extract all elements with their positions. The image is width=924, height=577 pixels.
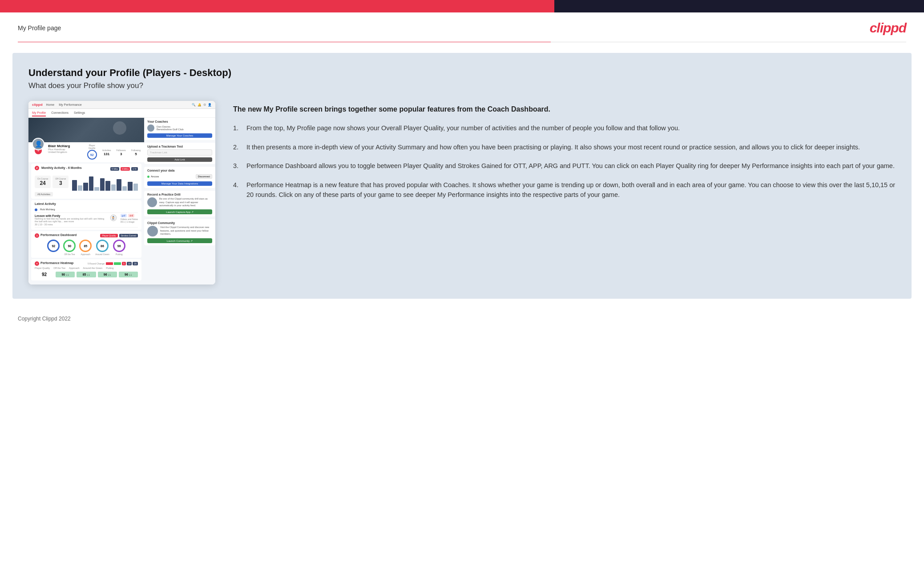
two-column-layout: clippd Home My Performance 🔍 🔔 ⚙ 👤 My Pr… — [28, 101, 896, 284]
profile-nav: My Profile Connections Settings — [28, 109, 215, 118]
activity-num-badge: 2 — [35, 166, 39, 170]
community-title: Clippd Community — [147, 221, 212, 224]
bar-3 — [83, 183, 88, 191]
latest-activity-section: Latest Activity Rob McHarg Lesson with F… — [31, 200, 141, 230]
coach-info: Dan Davies Berwickshire Golf Club — [157, 125, 184, 131]
nav-home: Home — [46, 103, 55, 106]
main-content: Understand your Profile (Players - Deskt… — [12, 53, 912, 299]
latest-activity-title: Latest Activity — [35, 202, 138, 205]
add-link-btn[interactable]: Add Link — [147, 157, 212, 162]
hm-val-ott: 90 ↓↓ — [56, 272, 75, 277]
manage-coaches-btn[interactable]: Manage Your Coaches — [147, 133, 212, 138]
bar-6 — [100, 178, 105, 191]
bar-9 — [117, 179, 121, 191]
heatmap-section: 4 Performance Heatmap 5 Round Change: 5 … — [31, 259, 141, 280]
copyright-text: Copyright Clippd 2022 — [18, 316, 71, 322]
list-item-2: It then presents a more in-depth view of… — [233, 142, 896, 152]
bar-10 — [122, 186, 127, 191]
toggle-6mo[interactable]: 6 Mths — [121, 167, 130, 171]
right-panel: Your Coaches Dan Davies Berwickshire Gol… — [144, 118, 215, 284]
launch-capture-btn[interactable]: Launch Capture App ↗ — [147, 209, 212, 214]
lesson-meta: 30 | 10 - 30 mins — [35, 223, 105, 226]
bar-1 — [72, 180, 77, 191]
disconnect-btn[interactable]: Disconnect — [196, 174, 212, 179]
hm-label-atg: Around the Green — [83, 267, 103, 269]
trackman-title: Upload a Trackman Test — [147, 145, 212, 148]
toggle-player-quality[interactable]: Player Quality — [100, 234, 117, 237]
performance-dashboard-section: 3 Performance Dashboard Player Quality S… — [31, 231, 141, 258]
nav-my-profile[interactable]: My Profile — [32, 110, 46, 116]
search-icon: 🔍 — [192, 103, 196, 107]
perf-ring-app: 85 Approach — [79, 240, 92, 256]
nav-settings[interactable]: Settings — [74, 110, 85, 116]
profile-info-row: + Blair McHarg Plus Handicap United King… — [28, 142, 144, 162]
bar-11 — [128, 182, 132, 191]
page-title: My Profile page — [18, 24, 61, 32]
community-text: Visit the Clippd Community and discover … — [160, 226, 212, 236]
toggle-5r[interactable]: 5 — [122, 262, 126, 265]
ring-arg-value: 86 — [96, 240, 109, 252]
top-bar — [0, 0, 924, 12]
top-bar-accent — [0, 0, 554, 12]
drill-avatar — [147, 197, 157, 207]
list-item-3: Performance Dashboard allows you to togg… — [233, 161, 896, 171]
coaches-panel: Your Coaches Dan Davies Berwickshire Gol… — [144, 118, 215, 140]
nav-connections[interactable]: Connections — [51, 110, 69, 116]
svg-text:🏌: 🏌 — [111, 216, 116, 220]
heatmap-controls: 5 Round Change: 5 10 20 — [88, 262, 138, 265]
connect-title: Connect your data — [147, 169, 212, 172]
manage-integrations-btn[interactable]: Manage Your Data Integrations — [147, 181, 212, 186]
content-title: Understand your Profile (Players - Deskt… — [28, 67, 896, 79]
avatar — [32, 138, 44, 150]
all-activities-btn[interactable]: All Activities — [35, 192, 53, 196]
stat-quality: Player Quality 92 — [87, 144, 97, 160]
hm-label-putt: Putting — [106, 267, 113, 269]
feature-list: From the top, My Profile page now shows … — [233, 123, 896, 200]
footer: Copyright Clippd 2022 — [0, 309, 924, 328]
hm-label-app: Approach — [69, 267, 80, 269]
bar-12 — [133, 184, 138, 191]
ring-app-label: Approach — [79, 253, 92, 256]
bar-4 — [89, 176, 93, 191]
following-value: 5 — [131, 152, 141, 156]
bar-7 — [105, 181, 110, 191]
toggle-10r[interactable]: 10 — [127, 262, 132, 265]
toggle-strokes-gained[interactable]: Strokes Gained — [119, 234, 138, 237]
heatmap-row: 92 90 ↓↓ 85 ↓↓ 96 ↓↓ 96 ↓↓ — [35, 271, 138, 278]
bar-5 — [94, 187, 99, 191]
coach-row: Dan Davies Berwickshire Golf Club — [147, 124, 212, 132]
hm-val-atg: 96 ↓↓ — [98, 272, 117, 277]
toggle-20r[interactable]: 20 — [133, 262, 138, 265]
toggle-5wks[interactable]: 5 Wks — [110, 167, 119, 171]
stat-activities: Activities 131 — [102, 149, 111, 156]
user-icon: 👤 — [208, 103, 212, 107]
settings-icon: ⚙ — [203, 103, 206, 107]
drill-panel: Record a Practice Drill Be one of the Cl… — [144, 191, 215, 216]
perf-title: Performance Dashboard — [40, 233, 77, 236]
perf-toggle: Player Quality Strokes Gained — [100, 234, 138, 237]
browser-icons: 🔍 🔔 ⚙ 👤 — [192, 103, 212, 107]
on-course-box: On Course 24 — [35, 176, 51, 188]
coaches-title: Your Coaches — [147, 120, 212, 123]
off-course-value: 3 — [55, 180, 66, 186]
stats-row: Player Quality 92 Activities 131 Followe… — [87, 144, 141, 160]
followers-label: Followers — [116, 149, 125, 152]
ring-app-value: 85 — [79, 240, 92, 252]
trackman-input[interactable]: Trackman Link — [147, 149, 212, 156]
top-bar-dark — [554, 0, 924, 12]
toggle-1yr[interactable]: 1 Yr — [131, 167, 138, 171]
description-col: The new My Profile screen brings togethe… — [233, 101, 896, 209]
lesson-title: Lesson with Fordy — [35, 214, 105, 217]
drill-content: Be one of the Clippd community drill sta… — [147, 197, 212, 208]
launch-community-btn[interactable]: Launch Community ↗ — [147, 238, 212, 243]
heatmap-num-badge: 4 — [35, 261, 39, 266]
ring-ott-label: Off the Tee — [63, 253, 76, 256]
connect-data-panel: Connect your data Arccos Disconnect Mana… — [144, 167, 215, 188]
list-item-1: From the top, My Profile page now shows … — [233, 123, 896, 133]
activity-section: 2 Monthly Activity - 6 Months 5 Wks 6 Mt… — [31, 164, 141, 199]
lesson-desc: Nothing to feel like my hands are existi… — [35, 217, 105, 223]
clippd-logo: clippd — [870, 20, 906, 36]
community-img — [147, 226, 158, 236]
header: My Profile page clippd — [0, 12, 924, 42]
heatmap-green — [114, 262, 121, 265]
